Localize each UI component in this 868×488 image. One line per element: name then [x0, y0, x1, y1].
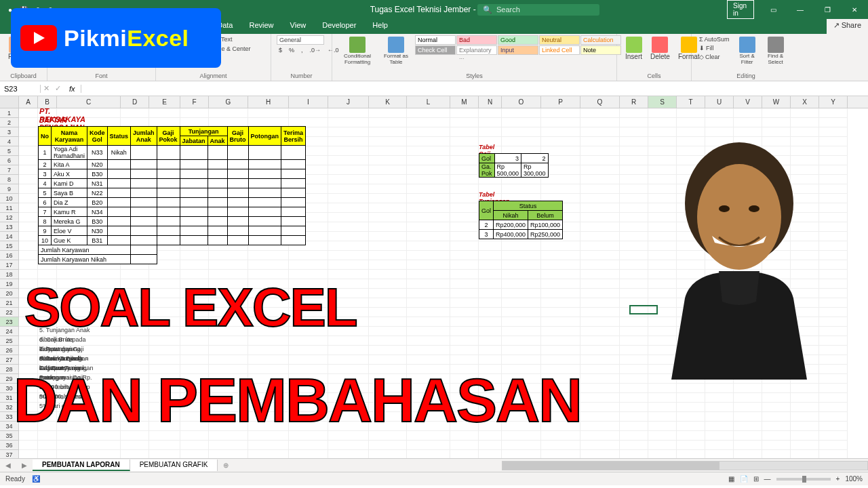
row-header-17[interactable]: 17 — [0, 260, 19, 270]
number-format-select[interactable]: General — [277, 35, 324, 45]
col-header-L[interactable]: L — [407, 96, 450, 108]
row-header-15[interactable]: 15 — [0, 241, 19, 251]
zoom-in-button[interactable]: + — [836, 475, 840, 483]
col-header-D[interactable]: D — [121, 96, 149, 108]
col-header-W[interactable]: W — [762, 96, 791, 108]
row-header-26[interactable]: 26 — [0, 346, 19, 355]
row-header-21[interactable]: 21 — [0, 298, 19, 308]
col-header-G[interactable]: G — [209, 96, 248, 108]
row-header-12[interactable]: 12 — [0, 213, 19, 222]
sort-filter-button[interactable]: Sort & Filter — [734, 35, 760, 66]
format-table-button[interactable]: Format as Table — [380, 35, 412, 66]
col-header-C[interactable]: C — [57, 96, 121, 108]
style-checkcell[interactable]: Check Cell — [415, 45, 456, 55]
row-header-2[interactable]: 2 — [0, 118, 19, 127]
row-header-1[interactable]: 1 — [0, 108, 19, 118]
row-header-13[interactable]: 13 — [0, 222, 19, 232]
close-icon[interactable]: ✕ — [841, 0, 868, 19]
sheet-nav-next[interactable]: ▶ — [16, 462, 33, 469]
col-header-F[interactable]: F — [180, 96, 209, 108]
conditional-format-button[interactable]: Conditional Formatting — [338, 35, 377, 66]
style-linkedcell[interactable]: Linked Cell — [539, 45, 580, 55]
zoom-out-button[interactable]: — — [764, 475, 771, 483]
col-header-M[interactable]: M — [450, 96, 479, 108]
col-header-B[interactable]: B — [38, 96, 57, 108]
row-header-16[interactable]: 16 — [0, 251, 19, 260]
row-header-4[interactable]: 4 — [0, 137, 19, 146]
zoom-level[interactable]: 100% — [845, 475, 863, 483]
tab-developer[interactable]: Developer — [314, 19, 364, 34]
ribbon-display-icon[interactable]: ▭ — [760, 0, 787, 19]
clear-button[interactable]: ◇ Clear — [697, 53, 732, 61]
sheet-nav-prev[interactable]: ◀ — [0, 462, 16, 469]
name-box[interactable]: S23 — [0, 85, 41, 93]
row-header-9[interactable]: 9 — [0, 184, 19, 194]
col-header-N[interactable]: N — [479, 96, 502, 108]
row-header-37[interactable]: 37 — [0, 450, 19, 458]
new-sheet-button[interactable]: ⊕ — [218, 462, 234, 469]
row-header-22[interactable]: 22 — [0, 308, 19, 317]
signin-button[interactable]: Sign in — [727, 0, 754, 19]
row-header-19[interactable]: 19 — [0, 279, 19, 289]
row-header-3[interactable]: 3 — [0, 127, 19, 137]
search-box[interactable]: 🔍 Search — [477, 4, 599, 16]
row-header-5[interactable]: 5 — [0, 146, 19, 156]
horizontal-scrollbar[interactable] — [502, 461, 868, 470]
delete-cells-button[interactable]: Delete — [648, 35, 673, 62]
formula-input[interactable] — [81, 85, 868, 93]
col-header-O[interactable]: O — [502, 96, 541, 108]
row-header-20[interactable]: 20 — [0, 289, 19, 298]
col-header-P[interactable]: P — [541, 96, 580, 108]
col-header-R[interactable]: R — [620, 96, 648, 108]
row-header-24[interactable]: 24 — [0, 327, 19, 336]
row-header-10[interactable]: 10 — [0, 194, 19, 203]
select-all-corner[interactable] — [0, 96, 19, 108]
find-select-button[interactable]: Find & Select — [763, 35, 789, 66]
comma-button[interactable]: , — [299, 46, 305, 54]
col-header-H[interactable]: H — [248, 96, 289, 108]
percent-button[interactable]: % — [287, 46, 296, 54]
tab-view[interactable]: View — [282, 19, 315, 34]
cancel-fx-icon[interactable]: ✕ — [41, 84, 52, 93]
col-header-Y[interactable]: Y — [819, 96, 848, 108]
col-header-Q[interactable]: Q — [580, 96, 620, 108]
row-header-36[interactable]: 36 — [0, 441, 19, 450]
row-header-27[interactable]: 27 — [0, 355, 19, 365]
currency-button[interactable]: $ — [277, 46, 284, 54]
style-calculation[interactable]: Calculation — [580, 35, 621, 45]
view-normal-icon[interactable]: ▦ — [728, 475, 734, 483]
tabel-tunjangan[interactable]: GolStatusNikahBelum2Rp200,000Rp100,0003R… — [479, 201, 563, 239]
row-header-23[interactable]: 23 — [0, 317, 19, 327]
col-header-T[interactable]: T — [677, 96, 705, 108]
col-header-S[interactable]: S — [648, 96, 677, 108]
payroll-table[interactable]: NoNama KaryawanKode GolStatusJumlah Anak… — [38, 126, 306, 264]
insert-cells-button[interactable]: Insert — [623, 35, 645, 62]
style-neutral[interactable]: Neutral — [539, 35, 580, 45]
inc-decimal[interactable]: .0→ — [308, 46, 323, 54]
fx-icon[interactable]: fx — [64, 85, 81, 93]
row-header-18[interactable]: 18 — [0, 270, 19, 279]
style-explanatory[interactable]: Explanatory ... — [456, 45, 497, 55]
row-header-8[interactable]: 8 — [0, 175, 19, 184]
zoom-slider[interactable] — [776, 478, 831, 481]
col-header-I[interactable]: I — [289, 96, 328, 108]
tabel-gaji[interactable]: Gol32 Ga. PokRp 500,000Rp 300,000 — [479, 153, 549, 178]
enter-fx-icon[interactable]: ✓ — [52, 84, 64, 93]
col-header-E[interactable]: E — [149, 96, 180, 108]
col-header-K[interactable]: K — [369, 96, 407, 108]
style-input[interactable]: Input — [498, 45, 538, 55]
col-header-A[interactable]: A — [19, 96, 38, 108]
tab-help[interactable]: Help — [364, 19, 396, 34]
accessibility-icon[interactable]: ♿ — [32, 475, 40, 483]
sheet-tab-pembuatan-laporan[interactable]: PEMBUATAN LAPORAN — [33, 460, 130, 471]
row-header-7[interactable]: 7 — [0, 165, 19, 175]
row-header-25[interactable]: 25 — [0, 336, 19, 346]
fill-button[interactable]: ⬇ Fill — [697, 44, 732, 52]
sheet-tab-pembuatan-grafik[interactable]: PEMBUATAN GRAFIK — [130, 460, 218, 471]
autosum-button[interactable]: Σ AutoSum — [697, 35, 732, 43]
tab-review[interactable]: Review — [241, 19, 281, 34]
col-header-U[interactable]: U — [705, 96, 734, 108]
view-layout-icon[interactable]: 📄 — [740, 475, 748, 483]
share-button[interactable]: ↗ Share — [827, 19, 868, 34]
style-bad[interactable]: Bad — [456, 35, 497, 45]
